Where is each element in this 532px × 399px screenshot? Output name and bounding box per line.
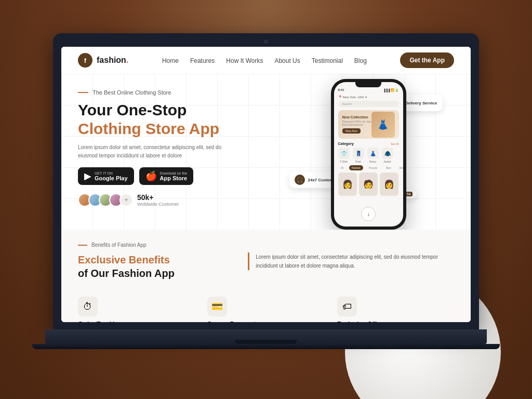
nav-link-features[interactable]: Features [190, 57, 215, 64]
avatar-plus: + [119, 193, 133, 207]
category-dress[interactable]: 👗 Dress [367, 148, 379, 163]
nav-link-blog[interactable]: Blog [354, 57, 367, 64]
laptop-foot [32, 344, 500, 349]
category-jacket[interactable]: 🧥 Jacket [382, 148, 393, 163]
nav-item-home[interactable]: Home [162, 56, 179, 65]
benefits-inner: Benefits of Fashion App Exclusive Benefi… [78, 242, 454, 280]
nav-item-about[interactable]: About Us [274, 56, 300, 65]
nav-item-blog[interactable]: Blog [354, 56, 367, 65]
google-play-button[interactable]: ▶ GET IT ON Google Play [78, 167, 134, 185]
features-row: ⏱ Order Tracking Lorem ipsum dolor sit a… [61, 288, 471, 322]
nav-item-how[interactable]: How It Works [226, 56, 263, 65]
logo-text: fashion. [97, 56, 128, 65]
feature-order-tracking: ⏱ Order Tracking Lorem ipsum dolor sit a… [78, 297, 195, 322]
phone-products: 👩 🧑 👩 [338, 172, 399, 196]
phone-tabs: All Newest Popular Man Wo... [338, 165, 399, 170]
nav-links: Home Features How It Works About Us Test… [162, 56, 367, 65]
nav-link-testimonial[interactable]: Testimonial [312, 57, 343, 64]
website: f fashion. Home Features How It Works Ab… [61, 47, 471, 322]
phone-notch [355, 82, 381, 87]
google-play-label: Google Play [95, 175, 128, 181]
nav-link-about[interactable]: About Us [274, 57, 300, 64]
exclusive-offers-icon: 🏷 [337, 297, 357, 316]
tab-man[interactable]: Man [383, 165, 394, 170]
category-tshirt[interactable]: 👕 T-Shirt [338, 148, 350, 163]
phone-status-bar: 9:41 ▐▐▐ 📶 🔋 [334, 87, 403, 93]
laptop-base [45, 329, 487, 344]
nav-link-home[interactable]: Home [162, 57, 179, 64]
customer-info: 50k+ Woldwide Customer [137, 193, 179, 207]
tab-popular[interactable]: Popular [366, 165, 380, 170]
benefits-right-border: Lorem ipsum dolor sit amet, consectetur … [248, 252, 454, 270]
category-pant[interactable]: 👖 Pant [353, 148, 364, 163]
nav-item-testimonial[interactable]: Testimonial [312, 56, 343, 65]
feature-secure-payments: 💳 Secure Payments Lorem ipsum dolor sit … [207, 297, 324, 322]
phone-cat-header: Category See All [338, 142, 399, 145]
nav-item-features[interactable]: Features [190, 56, 215, 65]
tab-wo[interactable]: Wo... [397, 165, 403, 170]
logo-dot: . [126, 56, 128, 64]
phone-banner: New Collection Discount 50% for the firs… [338, 110, 399, 139]
scroll-down-button[interactable]: ↓ [361, 207, 376, 221]
phone-category: Category See All 👕 T-Shirt [338, 142, 399, 163]
nav-logo: f fashion. [78, 53, 128, 68]
customer-avatars: + [78, 193, 133, 207]
customer-count: 50k+ [137, 193, 179, 202]
phone-content: 📍 New York, USA ▾ Search [334, 93, 403, 198]
benefits-description: Lorem ipsum dolor sit amet, consectetur … [256, 252, 454, 270]
navbar: f fashion. Home Features How It Works Ab… [61, 47, 471, 74]
order-tracking-title: Order Tracking [78, 321, 195, 322]
app-store-small: Download on the [160, 171, 188, 175]
section-tag-line [78, 245, 87, 246]
product-2[interactable]: 🧑 [359, 172, 378, 196]
benefits-right: Lorem ipsum dolor sit amet, consectetur … [248, 242, 454, 280]
phone-banner-image: 👗 [371, 112, 395, 138]
logo-icon: f [78, 53, 92, 68]
product-3[interactable]: 👩 [380, 172, 398, 196]
hero-tag-text: The Best Online Clothing Store [92, 89, 171, 96]
app-buttons: ▶ GET IT ON Google Play 🍎 Down [78, 167, 249, 185]
app-store-text: Download on the App Store [160, 171, 188, 181]
order-tracking-icon: ⏱ [78, 297, 98, 316]
hero-title-brown: Clothing Store App [78, 120, 219, 137]
hero-left: The Best Online Clothing Store Your One-… [61, 74, 266, 230]
closing-time-3: 54 [405, 192, 413, 196]
see-all-link[interactable]: See All [391, 142, 399, 145]
screen: f fashion. Home Features How It Works Ab… [61, 47, 471, 322]
support-icon: 🎧 [295, 175, 305, 185]
phone-banner-text: New Collection Discount 50% for the firs… [342, 115, 371, 134]
hero-title: Your One-Stop Clothing Store App [78, 101, 249, 138]
customer-label: Woldwide Customer [137, 202, 179, 207]
google-play-icon: ▶ [84, 170, 91, 182]
hero-tag: The Best Online Clothing Store [78, 89, 249, 96]
nav-link-how[interactable]: How It Works [226, 57, 263, 64]
product-1[interactable]: 👩 [338, 172, 357, 196]
laptop-screen-border: f fashion. Home Features How It Works Ab… [53, 33, 479, 329]
tab-newest[interactable]: Newest [349, 165, 363, 170]
outer-background: f fashion. Home Features How It Works Ab… [0, 0, 532, 399]
laptop-mockup: f fashion. Home Features How It Works Ab… [53, 33, 479, 366]
phone-screen: 9:41 ▐▐▐ 📶 🔋 📍 New York, USA ▾ [334, 82, 403, 227]
benefits-title-dark: of Our Fashion App [78, 268, 175, 279]
hero-customers: + 50k+ Woldwide Customer [78, 193, 249, 207]
get-app-button[interactable]: Get the App [400, 52, 454, 68]
phone-location: 📍 New York, USA ▾ [338, 95, 399, 99]
benefits-left: Benefits of Fashion App Exclusive Benefi… [78, 242, 227, 280]
hero-tag-line [78, 92, 88, 93]
section-tag: Benefits of Fashion App [78, 242, 227, 248]
app-store-button[interactable]: 🍎 Download on the App Store [139, 167, 194, 185]
shop-now-button[interactable]: Shop Now [342, 128, 361, 134]
google-play-text: GET IT ON Google Play [95, 171, 128, 181]
laptop-camera [264, 39, 268, 44]
secure-payments-title: Secure Payments [207, 321, 324, 322]
google-play-small: GET IT ON [95, 171, 128, 175]
apple-icon: 🍎 [145, 170, 157, 182]
phone-search[interactable]: Search [338, 101, 399, 107]
feature-exclusive-offers: 🏷 Exclusive Offers Lorem ipsum dolor sit… [337, 297, 454, 322]
benefits-section: Benefits of Fashion App Exclusive Benefi… [61, 230, 471, 288]
hero-description: Lorem ipsum dolor sit amet, consectetur … [78, 143, 223, 160]
secure-payments-icon: 💳 [207, 297, 227, 316]
tab-all[interactable]: All [338, 165, 347, 170]
benefits-title: Exclusive Benefits of Our Fashion App [78, 253, 227, 280]
hero-right: 🚚 Express Delivery Service 🎧 24x7 Custom… [266, 74, 471, 230]
